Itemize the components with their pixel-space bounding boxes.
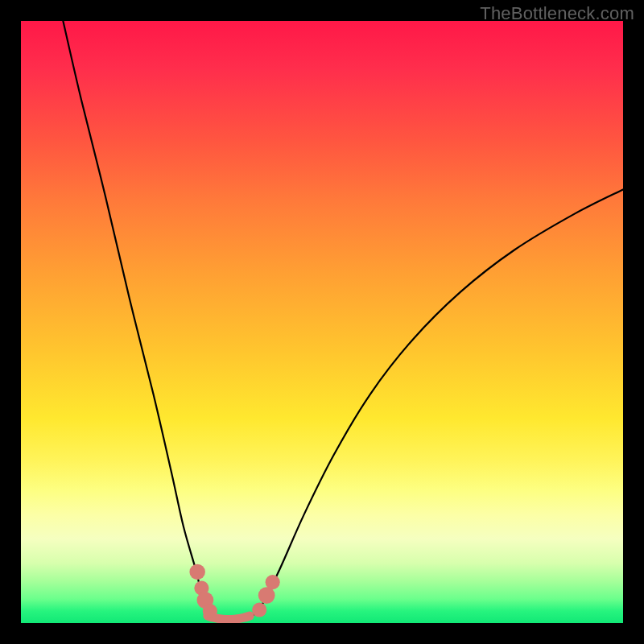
right-branch-line: [250, 189, 623, 618]
right-marker-cluster: [252, 575, 280, 617]
watermark-text: TheBottleneck.com: [480, 3, 634, 24]
left-marker-cluster: [189, 564, 217, 618]
marker-dot: [258, 587, 275, 604]
marker-dot: [266, 575, 280, 589]
plot-area: [21, 21, 623, 623]
left-branch-line: [63, 21, 219, 618]
marker-dot: [252, 602, 266, 617]
marker-dot: [203, 604, 217, 618]
marker-dot: [189, 564, 204, 580]
chart-frame: TheBottleneck.com: [0, 0, 644, 644]
chart-svg: [21, 21, 623, 623]
